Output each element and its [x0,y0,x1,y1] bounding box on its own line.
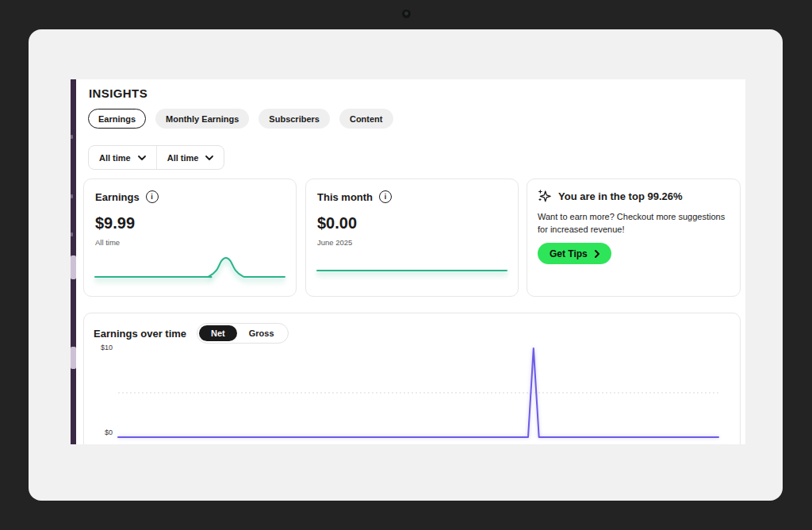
earnings-value: $9.99 [95,214,135,232]
tips-card: You are in the top 99.26% Want to earn m… [527,179,741,297]
time-filter-value: All time [167,153,199,163]
earnings-sparkline [94,256,286,291]
net-earnings-line [118,348,718,437]
card-title-text: Earnings [95,191,140,203]
chevron-right-icon [595,250,599,258]
chevron-down-icon [205,156,213,160]
earnings-period: All time [95,238,120,247]
sidebar-scrollbar-thumb[interactable] [71,255,76,279]
camera-dot-icon [402,10,411,18]
app-window: INSIGHTS Earnings Monthly Earnings Subsc… [29,29,783,501]
earnings-over-time-card: Earnings over time Net Gross $10 $0 [83,313,741,444]
tips-title-text: You are in the top 99.26% [558,190,683,202]
this-month-period: June 2025 [317,238,352,247]
sparkles-icon [538,189,552,203]
get-tips-label: Get Tips [550,248,588,259]
insights-panel: INSIGHTS Earnings Monthly Earnings Subsc… [76,79,745,444]
sidebar-scrollbar-thumb [71,347,76,369]
info-icon[interactable]: i [146,190,159,203]
time-filter-value: All time [99,153,131,163]
this-month-card-title: This month i [317,190,392,203]
insights-tabs: Earnings Monthly Earnings Subscribers Co… [88,109,393,129]
time-filter-dropdown-2[interactable]: All time [156,146,224,169]
this-month-sparkline [316,256,508,291]
tips-card-title: You are in the top 99.26% [538,189,683,203]
tab-subscribers[interactable]: Subscribers [259,109,330,129]
earnings-card-title: Earnings i [95,190,159,203]
sidebar-mark [71,194,73,198]
tab-earnings[interactable]: Earnings [88,109,146,129]
get-tips-button[interactable]: Get Tips [538,243,611,264]
page-title: INSIGHTS [89,86,147,100]
earnings-over-time-chart [84,337,740,444]
sidebar-edge-strip [71,79,76,444]
card-title-text: This month [317,191,373,203]
sidebar-mark [71,135,73,139]
tab-monthly-earnings[interactable]: Monthly Earnings [155,109,249,129]
earnings-card: Earnings i $9.99 All time [83,179,297,297]
time-filter-group: All time All time [88,145,224,170]
chevron-down-icon [138,156,146,160]
tips-body-text: Want to earn more? Checkout more suggest… [538,211,732,236]
info-icon[interactable]: i [379,190,392,203]
this-month-value: $0.00 [317,214,357,232]
sidebar-mark [71,232,73,236]
this-month-card: This month i $0.00 June 2025 [305,179,519,297]
time-filter-dropdown-1[interactable]: All time [89,146,156,169]
tab-content[interactable]: Content [339,109,393,129]
